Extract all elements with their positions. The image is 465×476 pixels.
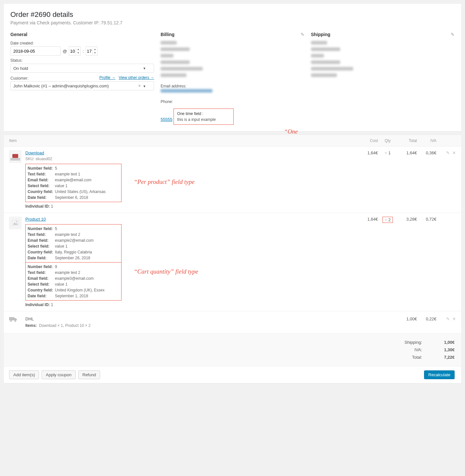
field-value: United Kingdom (UK), Essex <box>55 288 105 292</box>
product-name-link[interactable]: Product 10 <box>25 217 46 222</box>
date-created-label: Date created: <box>10 41 154 45</box>
one-time-field-label: One time field : <box>177 111 230 116</box>
field-line: Number field:9 <box>26 264 121 270</box>
view-other-orders-link[interactable]: View other orders → <box>119 75 154 80</box>
field-line: Date field:September 6, 2018 <box>26 195 121 200</box>
field-value: example3@email.com <box>55 276 94 281</box>
minute-up-icon[interactable]: ▲ <box>93 47 97 51</box>
hour-input-wrap[interactable]: ▲▼ <box>69 46 81 56</box>
edit-shipping-icon[interactable]: ✎ <box>451 32 455 37</box>
shipping-name: DHL <box>25 316 358 321</box>
shipping-total: 1,00€ <box>397 316 417 321</box>
svg-point-6 <box>10 320 12 322</box>
truck-icon <box>9 316 21 328</box>
field-line: Country field:United Kingdom (UK), Essex <box>26 287 121 293</box>
svg-rect-2 <box>12 220 19 226</box>
svg-point-7 <box>15 320 16 322</box>
minute-down-icon[interactable]: ▼ <box>93 51 97 55</box>
add-items-button[interactable]: Add item(s) <box>9 370 39 379</box>
customer-links: Profile → View other orders → <box>99 75 154 80</box>
hour-input[interactable] <box>69 47 76 55</box>
product-thumbnail <box>9 150 21 163</box>
shipping-item-row: DHL Items: Download × 1, Product 10 × 2 … <box>4 311 461 333</box>
svg-rect-5 <box>9 317 14 320</box>
clear-customer-icon[interactable]: × <box>138 83 141 88</box>
order-item-row: Download SKU: skuasd02 Number field:5Tex… <box>4 147 461 213</box>
hour-up-icon[interactable]: ▲ <box>76 47 80 51</box>
field-label: Number field: <box>28 166 55 171</box>
field-label: Text field: <box>28 232 55 237</box>
at-symbol: @ <box>63 49 67 54</box>
field-label: Date field: <box>28 294 55 298</box>
order-items-panel: Item Cost Qty Total IVA Download SKU: sk… <box>4 135 461 383</box>
field-value: example text 1 <box>55 172 80 176</box>
totals-total-value: 7,22€ <box>422 355 455 360</box>
recalculate-button[interactable]: Recalculate <box>424 370 455 379</box>
field-label: Date field: <box>28 195 55 200</box>
field-label: Country field: <box>28 189 55 194</box>
product-sku: SKU: skuasd02 <box>25 157 358 161</box>
shipping-column: Shipping ✎ <box>311 32 455 125</box>
field-value: value 1 <box>55 184 68 188</box>
customer-select[interactable]: John Malkovic (#1 – admin@vanquishplugin… <box>10 81 154 90</box>
phone-link[interactable]: 55555 <box>161 117 172 122</box>
field-label: Number field: <box>28 226 55 231</box>
field-value: 9 <box>55 264 57 269</box>
date-created-input[interactable] <box>10 46 61 56</box>
edit-billing-icon[interactable]: ✎ <box>301 32 304 37</box>
cart-quantity-fields-box-1: Number field:5Text field:example text 2E… <box>25 224 122 263</box>
apply-coupon-button[interactable]: Apply coupon <box>42 370 76 379</box>
product-thumbnail-placeholder <box>9 217 21 229</box>
field-label: Email field: <box>28 238 55 243</box>
caret-down-icon: ▼ <box>143 84 146 88</box>
status-select[interactable]: On hold ▼ <box>10 64 154 73</box>
field-label: Text field: <box>28 172 55 176</box>
shipping-items-label: Items: <box>25 323 37 328</box>
item-qty: × 2 <box>378 217 397 223</box>
status-value: On hold <box>13 66 28 71</box>
field-value: example text 2 <box>55 232 80 237</box>
billing-email-blurred <box>161 89 213 93</box>
field-line: Email field:example@email.com <box>26 177 121 183</box>
individual-id: Individual ID: 1 <box>25 302 358 307</box>
item-qty: × 1 <box>378 150 397 155</box>
callout-cart-quantity: “Cart quantity” field type <box>134 268 198 275</box>
delete-item-icon[interactable]: ✕ <box>452 316 456 321</box>
minute-input-wrap[interactable]: ▲▼ <box>86 46 97 56</box>
billing-address-blurred <box>161 41 304 80</box>
field-value: September 6, 2018 <box>55 195 88 200</box>
order-totals: Shipping:1,00€ IVA:1,30€ Total:7,22€ <box>4 333 461 367</box>
field-line: Date field:September 26, 2018 <box>26 255 121 261</box>
field-value: Italy, Reggio Calabria <box>55 250 92 254</box>
edit-item-icon[interactable]: ✎ <box>446 316 450 321</box>
item-cost: 1,64€ <box>358 217 378 222</box>
delete-item-icon[interactable]: ✕ <box>452 150 456 155</box>
field-value: example text 2 <box>55 270 80 275</box>
field-value: 5 <box>55 166 57 171</box>
refund-button[interactable]: Refund <box>78 370 100 379</box>
callout-per-product: “Per product” field type <box>134 178 195 186</box>
field-line: Email field:example3@email.com <box>26 276 121 281</box>
field-value: September 26, 2018 <box>55 256 90 260</box>
hour-down-icon[interactable]: ▼ <box>76 51 80 55</box>
header-iva: IVA <box>417 138 436 143</box>
edit-item-icon[interactable]: ✎ <box>446 150 450 155</box>
per-product-fields-box: Number field:5Text field:example text 1E… <box>25 164 122 202</box>
header-item: Item <box>9 138 358 143</box>
time-colon: : <box>83 49 84 54</box>
field-line: Text field:example text 2 <box>26 270 121 276</box>
phone-label: Phone: <box>161 99 304 104</box>
field-label: Select field: <box>28 282 55 287</box>
item-iva: 0,36€ <box>417 150 436 155</box>
field-label: Number field: <box>28 264 55 269</box>
product-name-link[interactable]: Download <box>25 150 44 155</box>
field-value: example@email.com <box>55 178 91 182</box>
field-line: Number field:5 <box>26 165 121 171</box>
shipping-iva: 0,22€ <box>417 316 436 321</box>
field-line: Country field:United States (US), Arkans… <box>26 189 121 195</box>
field-label: Text field: <box>28 270 55 275</box>
totals-iva-label: IVA: <box>414 347 422 352</box>
shipping-heading: Shipping <box>311 32 455 37</box>
minute-input[interactable] <box>86 47 93 55</box>
profile-link[interactable]: Profile → <box>99 75 115 80</box>
